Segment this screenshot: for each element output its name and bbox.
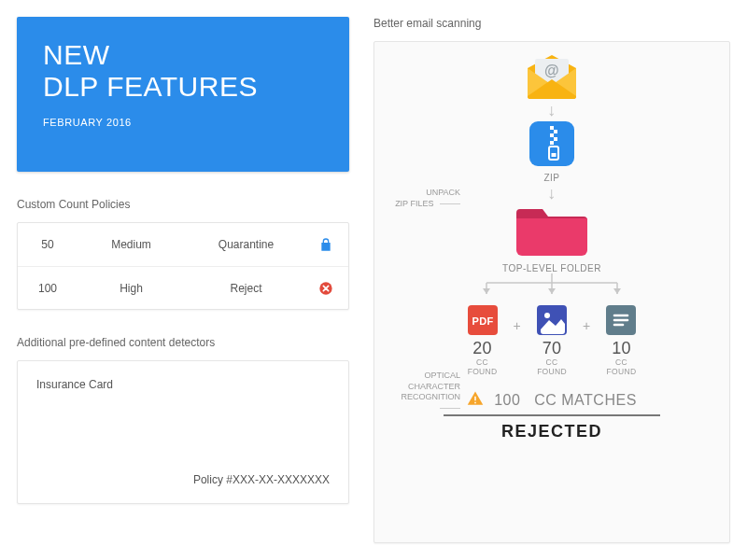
- folder-label: TOP-LEVEL FOLDER: [374, 263, 729, 273]
- svg-rect-19: [474, 396, 476, 400]
- detectors-label: Additional pre-defined content detectors: [17, 336, 349, 349]
- result-count: 100: [494, 392, 520, 408]
- ocr-caption-text: OPTICAL CHARACTER RECOGNITION: [401, 371, 460, 401]
- svg-text:@: @: [544, 63, 559, 78]
- policy-table: 50 Medium Quarantine 100 High Reject: [17, 222, 349, 310]
- hero-date: FEBRUARY 2016: [43, 117, 323, 128]
- result-line: 100 CC MATCHES: [444, 390, 660, 409]
- caption-connector: [440, 203, 460, 204]
- file-doc: 10 CC FOUND: [594, 305, 648, 377]
- policy-action: Quarantine: [189, 238, 303, 251]
- ocr-caption: OPTICAL CHARACTER RECOGNITION: [386, 371, 460, 414]
- policy-severity: High: [74, 282, 189, 295]
- branch-connector-icon: [458, 273, 645, 301]
- svg-point-14: [544, 313, 550, 318]
- flow-label: Better email scanning: [374, 17, 730, 30]
- flow-panel: UNPACK ZIP FILES OPTICAL CHARACTER RECOG…: [374, 41, 730, 543]
- svg-rect-5: [554, 130, 557, 133]
- svg-text:PDF: PDF: [472, 315, 493, 327]
- arrow-down-icon: ↓: [374, 105, 729, 115]
- unpack-caption: UNPACK ZIP FILES: [386, 188, 460, 209]
- warning-icon: [467, 390, 484, 407]
- file-unit: CC FOUND: [456, 358, 510, 377]
- file-unit: CC FOUND: [525, 358, 579, 377]
- lock-icon: [303, 237, 348, 252]
- unpack-caption-text: UNPACK ZIP FILES: [395, 188, 460, 208]
- policy-count: 50: [18, 238, 74, 251]
- right-column: Better email scanning UNPACK ZIP FILES O…: [374, 17, 730, 543]
- file-pdf: PDF 20 CC FOUND: [456, 305, 510, 377]
- file-unit: CC FOUND: [594, 358, 648, 377]
- page-root: NEW DLP FEATURES FEBRUARY 2016 Custom Co…: [0, 0, 747, 560]
- svg-rect-20: [474, 401, 476, 403]
- table-row: 50 Medium Quarantine: [18, 223, 348, 266]
- hero-banner: NEW DLP FEATURES FEBRUARY 2016: [17, 17, 349, 172]
- files-row: PDF 20 CC FOUND +: [374, 305, 729, 377]
- result-divider: [444, 414, 660, 416]
- pdf-icon: PDF: [468, 305, 498, 335]
- plus-icon: +: [583, 318, 590, 333]
- result-text: CC MATCHES: [534, 392, 637, 408]
- hero-title-line2: DLP FEATURES: [43, 71, 258, 102]
- policies-label: Custom Count Policies: [17, 198, 349, 211]
- policy-severity: Medium: [74, 238, 189, 251]
- detector-card: Insurance Card Policy #XXX-XX-XXXXXXX: [17, 360, 349, 504]
- left-column: NEW DLP FEATURES FEBRUARY 2016 Custom Co…: [17, 17, 349, 543]
- image-icon: [537, 305, 567, 335]
- detector-item: Insurance Card: [36, 378, 330, 391]
- folder-icon: [374, 203, 729, 258]
- table-row: 100 High Reject: [18, 266, 348, 309]
- hero-title-line1: NEW: [43, 39, 110, 70]
- rejected-label: REJECTED: [444, 422, 660, 441]
- file-image: 70 CC FOUND: [525, 305, 579, 377]
- doc-icon: [606, 305, 636, 335]
- svg-rect-6: [550, 133, 554, 137]
- svg-rect-7: [554, 137, 557, 141]
- svg-rect-10: [552, 153, 557, 157]
- plus-icon: +: [514, 318, 521, 333]
- policy-count: 100: [18, 282, 74, 295]
- file-count: 20: [456, 339, 510, 358]
- reject-icon: [303, 281, 348, 296]
- detector-policy-number: Policy #XXX-XX-XXXXXXX: [36, 473, 330, 486]
- hero-title: NEW DLP FEATURES: [43, 39, 323, 102]
- svg-rect-4: [550, 126, 554, 130]
- caption-connector: [440, 408, 460, 409]
- file-count: 70: [525, 339, 579, 358]
- zip-label: ZIP: [374, 173, 729, 183]
- svg-rect-8: [550, 141, 554, 145]
- email-icon: @: [374, 55, 729, 100]
- policy-action: Reject: [189, 282, 303, 295]
- zip-icon: [374, 120, 729, 167]
- result-box: 100 CC MATCHES REJECTED: [444, 390, 660, 441]
- file-count: 10: [594, 339, 648, 358]
